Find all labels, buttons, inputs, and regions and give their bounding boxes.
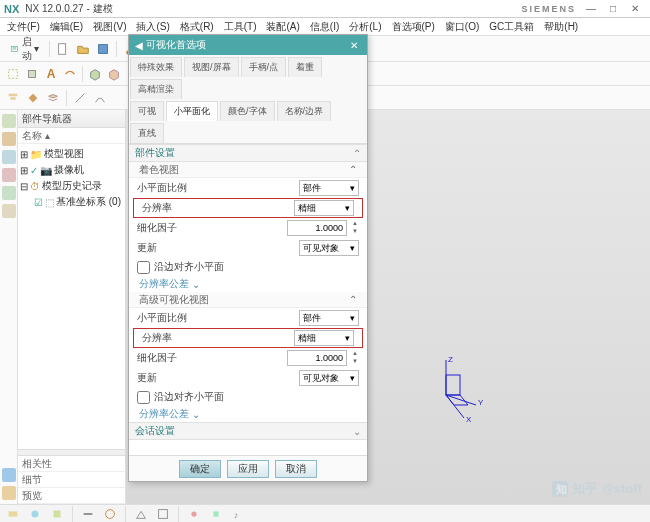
rail-fold-icon[interactable] bbox=[2, 486, 16, 500]
checkbox-edge-2[interactable] bbox=[137, 391, 150, 404]
bt-2-icon[interactable] bbox=[26, 505, 44, 523]
section-session[interactable]: 会话设置⌄ bbox=[129, 422, 367, 440]
tree-model-views[interactable]: ⊞📁模型视图 bbox=[20, 146, 123, 162]
tree-cameras[interactable]: ⊞✓📷摄像机 bbox=[20, 162, 123, 178]
rail-role-icon[interactable] bbox=[2, 204, 16, 218]
cube2-icon[interactable] bbox=[105, 65, 123, 83]
combo-update-2[interactable]: 可见对象▾ bbox=[299, 370, 359, 386]
tab-view-screen[interactable]: 视图/屏幕 bbox=[184, 57, 239, 77]
bt-5-icon[interactable] bbox=[101, 505, 119, 523]
dialog-tabs: 特殊效果 视图/屏幕 手柄/点 着重 高精渲染 可视 小平面化 颜色/字体 名称… bbox=[129, 55, 367, 144]
tree-history[interactable]: ⊟⏱模型历史记录 bbox=[20, 178, 123, 194]
menu-view[interactable]: 视图(V) bbox=[90, 19, 129, 35]
filter2-icon[interactable] bbox=[24, 89, 42, 107]
dialog-titlebar[interactable]: ◀ 可视化首选项 ✕ bbox=[129, 35, 367, 55]
back-icon[interactable]: ◀ bbox=[135, 40, 143, 51]
apply-button[interactable]: 应用 bbox=[227, 460, 269, 478]
open-icon[interactable] bbox=[74, 40, 92, 58]
layers-icon[interactable] bbox=[44, 89, 62, 107]
menu-tools[interactable]: 工具(T) bbox=[221, 19, 260, 35]
menu-prefs[interactable]: 首选项(P) bbox=[389, 19, 438, 35]
sketch-icon[interactable] bbox=[61, 65, 79, 83]
menu-assembly[interactable]: 装配(A) bbox=[263, 19, 302, 35]
svg-rect-1 bbox=[59, 43, 66, 54]
rail-ie-icon[interactable] bbox=[2, 468, 16, 482]
sub-adv-viz[interactable]: 高级可视化视图⌃ bbox=[129, 292, 367, 308]
check-edge-1[interactable]: 沿边对齐小平面 bbox=[129, 258, 367, 276]
bt-8-icon[interactable] bbox=[185, 505, 203, 523]
sub-shaded-view[interactable]: 着色视图⌃ bbox=[129, 162, 367, 178]
rail-asm-icon[interactable] bbox=[2, 132, 16, 146]
combo-update-1[interactable]: 可见对象▾ bbox=[299, 240, 359, 256]
svg-text:知: 知 bbox=[555, 483, 567, 495]
rail-cns-icon[interactable] bbox=[2, 150, 16, 164]
menu-help[interactable]: 帮助(H) bbox=[541, 19, 581, 35]
spin-dn-2[interactable]: ▼ bbox=[351, 358, 359, 366]
nav-details[interactable]: 细节 bbox=[18, 472, 125, 488]
tab-line[interactable]: 直线 bbox=[130, 123, 164, 143]
cancel-button[interactable]: 取消 bbox=[275, 460, 317, 478]
filter1-icon[interactable] bbox=[4, 89, 22, 107]
link-tol-2[interactable]: 分辨率公差 ⌄ bbox=[129, 406, 367, 422]
arc-icon[interactable] bbox=[91, 89, 109, 107]
triad-icon: Z Y X bbox=[416, 350, 496, 430]
rail-hist-icon[interactable] bbox=[2, 186, 16, 200]
combo-resolution-2[interactable]: 精细▾ bbox=[294, 330, 354, 346]
rail-nav-icon[interactable] bbox=[2, 114, 16, 128]
row-resolution-1: 分辨率 精细▾ bbox=[133, 198, 363, 218]
text-a-icon[interactable]: A bbox=[42, 65, 60, 83]
rail-reuse-icon[interactable] bbox=[2, 168, 16, 182]
tab-faceting[interactable]: 小平面化 bbox=[166, 101, 218, 121]
dialog-close-icon[interactable]: ✕ bbox=[347, 40, 361, 51]
bt-3-icon[interactable] bbox=[48, 505, 66, 523]
menu-analysis[interactable]: 分析(L) bbox=[346, 19, 384, 35]
combo-facet-ratio-2[interactable]: 部件▾ bbox=[299, 310, 359, 326]
box-icon[interactable] bbox=[23, 65, 41, 83]
combo-facet-ratio-1[interactable]: 部件▾ bbox=[299, 180, 359, 196]
tab-color-font[interactable]: 颜色/字体 bbox=[220, 101, 275, 121]
link-tol-1[interactable]: 分辨率公差 ⌄ bbox=[129, 276, 367, 292]
tab-hq-render[interactable]: 高精渲染 bbox=[130, 79, 182, 99]
menu-insert[interactable]: 插入(S) bbox=[133, 19, 172, 35]
select-icon[interactable] bbox=[4, 65, 22, 83]
check-edge-2[interactable]: 沿边对齐小平面 bbox=[129, 388, 367, 406]
tree-csys[interactable]: ☑⬚基准坐标系 (0) bbox=[20, 194, 123, 210]
line-icon[interactable] bbox=[71, 89, 89, 107]
nav-preview[interactable]: 预览 bbox=[18, 488, 125, 504]
nav-name-col[interactable]: 名称 ▴ bbox=[18, 128, 125, 144]
bt-7-icon[interactable] bbox=[154, 505, 172, 523]
input-refine-2[interactable]: 1.0000 bbox=[287, 350, 347, 366]
spin-dn-1[interactable]: ▼ bbox=[351, 228, 359, 236]
tab-emphasis[interactable]: 着重 bbox=[288, 57, 322, 77]
menu-window[interactable]: 窗口(O) bbox=[442, 19, 482, 35]
ok-button[interactable]: 确定 bbox=[179, 460, 221, 478]
combo-resolution-1[interactable]: 精细▾ bbox=[294, 200, 354, 216]
maximize-button[interactable]: □ bbox=[602, 2, 624, 16]
input-refine-1[interactable]: 1.0000 bbox=[287, 220, 347, 236]
bt-10-icon[interactable]: ♪ bbox=[229, 505, 247, 523]
nav-dependency[interactable]: 相关性 bbox=[18, 456, 125, 472]
cube1-icon[interactable] bbox=[86, 65, 104, 83]
svg-rect-19 bbox=[9, 511, 18, 516]
bt-4-icon[interactable] bbox=[79, 505, 97, 523]
spin-up-1[interactable]: ▲ bbox=[351, 220, 359, 228]
tab-names[interactable]: 名称/边界 bbox=[277, 101, 332, 121]
menu-info[interactable]: 信息(I) bbox=[307, 19, 342, 35]
bt-6-icon[interactable] bbox=[132, 505, 150, 523]
tab-effects[interactable]: 特殊效果 bbox=[130, 57, 182, 77]
menu-gc[interactable]: GC工具箱 bbox=[486, 19, 537, 35]
spin-up-2[interactable]: ▲ bbox=[351, 350, 359, 358]
checkbox-edge-1[interactable] bbox=[137, 261, 150, 274]
section-part-settings[interactable]: 部件设置⌃ bbox=[129, 144, 367, 162]
start-button[interactable]: 启动 ▾ bbox=[4, 33, 45, 65]
bt-1-icon[interactable] bbox=[4, 505, 22, 523]
minimize-button[interactable]: — bbox=[580, 2, 602, 16]
bt-9-icon[interactable] bbox=[207, 505, 225, 523]
new-icon[interactable] bbox=[54, 40, 72, 58]
tab-handles[interactable]: 手柄/点 bbox=[241, 57, 287, 77]
menu-edit[interactable]: 编辑(E) bbox=[47, 19, 86, 35]
menu-format[interactable]: 格式(R) bbox=[177, 19, 217, 35]
close-button[interactable]: ✕ bbox=[624, 2, 646, 16]
save-icon[interactable] bbox=[94, 40, 112, 58]
tab-visual[interactable]: 可视 bbox=[130, 101, 164, 121]
